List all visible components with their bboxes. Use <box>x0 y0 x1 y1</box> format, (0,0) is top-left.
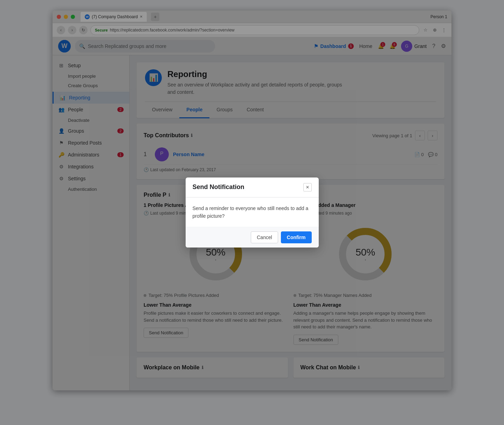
modal-overlay: Send Notification ✕ Send a reminder to e… <box>53 11 451 390</box>
modal-body-text: Send a reminder to everyone who still ne… <box>193 205 309 219</box>
send-notification-modal: Send Notification ✕ Send a reminder to e… <box>186 177 319 248</box>
modal-header: Send Notification ✕ <box>186 177 319 197</box>
confirm-button[interactable]: Confirm <box>281 231 312 243</box>
modal-title: Send Notification <box>193 183 244 191</box>
cancel-button[interactable]: Cancel <box>251 231 278 243</box>
modal-footer: Cancel Confirm <box>186 227 319 248</box>
modal-close-button[interactable]: ✕ <box>303 183 312 191</box>
browser-frame: W (7) Company Dashboard ✕ + Person 1 ‹ ›… <box>53 11 451 390</box>
modal-body: Send a reminder to everyone who still ne… <box>186 197 319 227</box>
